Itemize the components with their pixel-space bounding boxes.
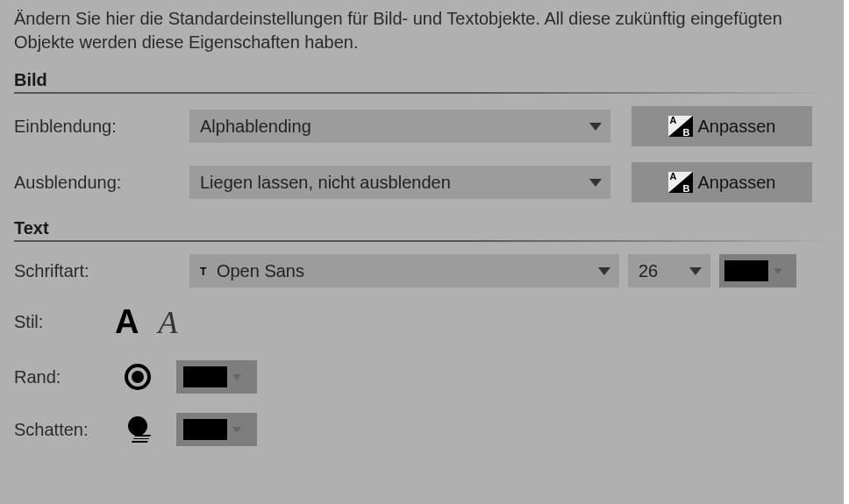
- fade-out-select[interactable]: Liegen lassen, nicht ausblenden: [189, 166, 610, 199]
- shadow-hatch-icon: [132, 435, 151, 443]
- ab-icon: AB: [668, 116, 693, 137]
- fade-in-adjust-button[interactable]: AB Anpassen: [631, 106, 812, 146]
- font-size-value: 26: [639, 261, 658, 281]
- color-box: [183, 419, 227, 440]
- shadow-toggle[interactable]: [126, 416, 149, 443]
- ab-icon: AB: [668, 172, 693, 193]
- chevron-down-icon: [598, 267, 610, 275]
- chevron-down-icon: [689, 267, 702, 275]
- italic-toggle[interactable]: A: [158, 304, 177, 341]
- shadow-ball-icon: [128, 416, 147, 436]
- chevron-down-icon: [774, 268, 782, 274]
- font-color-swatch[interactable]: [719, 254, 796, 287]
- right-edge: [844, 0, 849, 504]
- section-heading-image: Bild: [14, 70, 835, 90]
- divider: [14, 92, 835, 94]
- fade-in-value: Alphablending: [200, 117, 311, 137]
- fade-in-label: Einblendung:: [14, 117, 189, 137]
- fade-out-adjust-button[interactable]: AB Anpassen: [631, 162, 812, 202]
- chevron-down-icon: [232, 374, 241, 380]
- fade-out-adjust-label: Anpassen: [698, 173, 776, 193]
- font-select[interactable]: T Open Sans: [189, 254, 619, 287]
- fade-in-adjust-label: Anpassen: [698, 117, 776, 137]
- section-heading-text: Text: [14, 218, 835, 238]
- border-toggle[interactable]: [125, 364, 151, 390]
- font-size-select[interactable]: 26: [628, 254, 710, 287]
- style-label: Stil:: [14, 312, 115, 332]
- circle-icon: [132, 371, 144, 383]
- fade-in-select[interactable]: Alphablending: [189, 110, 610, 143]
- color-box: [724, 260, 768, 281]
- intro-text: Ändern Sie hier die Standardeinstellunge…: [14, 7, 835, 54]
- shadow-color-swatch[interactable]: [176, 413, 257, 446]
- shadow-label: Schatten:: [14, 420, 115, 440]
- chevron-down-icon: [589, 123, 602, 131]
- font-type-icon: T: [200, 266, 206, 278]
- font-label: Schriftart:: [14, 261, 189, 281]
- divider: [14, 240, 835, 242]
- border-label: Rand:: [14, 367, 115, 387]
- border-color-swatch[interactable]: [176, 360, 257, 394]
- fade-out-value: Liegen lassen, nicht ausblenden: [200, 173, 451, 193]
- font-value: Open Sans: [217, 261, 304, 280]
- chevron-down-icon: [589, 179, 602, 187]
- chevron-down-icon: [232, 427, 241, 433]
- bold-toggle[interactable]: A: [115, 303, 139, 341]
- fade-out-label: Ausblendung:: [14, 173, 189, 193]
- color-box: [183, 366, 227, 387]
